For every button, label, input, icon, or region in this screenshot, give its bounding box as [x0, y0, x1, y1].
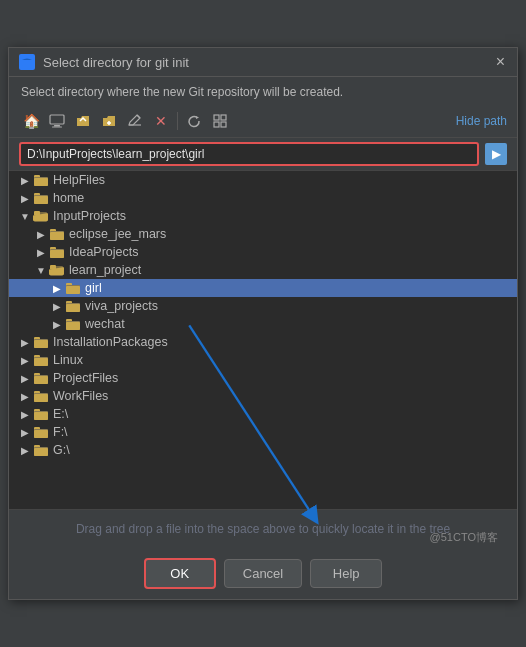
tree-toggle-wechat[interactable]: ▶ [49, 319, 65, 330]
folder-icon-home [33, 191, 49, 205]
tree-label-eclipse: eclipse_jee_mars [69, 227, 166, 241]
folder-icon-learnproject [49, 263, 65, 277]
svg-rect-3 [52, 127, 62, 128]
tree-label-ideaprojects: IdeaProjects [69, 245, 138, 259]
tree-item-learnproject[interactable]: ▼ learn_project [9, 261, 517, 279]
toolbar: 🏠 ✕ Hide path [9, 105, 517, 138]
tree-label-girl: girl [85, 281, 102, 295]
cancel-button[interactable]: Cancel [224, 559, 302, 588]
tree-label-inputprojects: InputProjects [53, 209, 126, 223]
home-button[interactable]: 🏠 [19, 109, 43, 133]
svg-rect-5 [221, 115, 226, 120]
view-button[interactable] [208, 109, 232, 133]
file-tree[interactable]: ▶ HelpFiles ▶ home ▼ InputProjects ▶ ecl… [9, 170, 517, 510]
tree-toggle-installationpackages[interactable]: ▶ [17, 337, 33, 348]
folder-up-button[interactable] [71, 109, 95, 133]
title-bar: Select directory for git init × [9, 48, 517, 77]
tree-item-helpfiles[interactable]: ▶ HelpFiles [9, 171, 517, 189]
select-directory-dialog: Select directory for git init × Select d… [8, 47, 518, 600]
dialog-title: Select directory for git init [43, 55, 486, 70]
svg-rect-6 [214, 122, 219, 127]
folder-icon-linux [33, 353, 49, 367]
ok-button[interactable]: OK [144, 558, 216, 589]
tree-label-vivaprojects: viva_projects [85, 299, 158, 313]
svg-rect-7 [221, 122, 226, 127]
folder-icon-ideaprojects [49, 245, 65, 259]
tree-toggle-helpfiles[interactable]: ▶ [17, 175, 33, 186]
path-input-wrapper [19, 142, 479, 166]
folder-icon-wechat [65, 317, 81, 331]
computer-button[interactable] [45, 109, 69, 133]
folder-icon-edrive [33, 407, 49, 421]
close-button[interactable]: × [494, 54, 507, 70]
svg-rect-1 [50, 115, 64, 124]
help-button[interactable]: Help [310, 559, 382, 588]
tree-toggle-workfiles[interactable]: ▶ [17, 391, 33, 402]
edit-button[interactable] [123, 109, 147, 133]
tree-toggle-edrive[interactable]: ▶ [17, 409, 33, 420]
tree-item-linux[interactable]: ▶ Linux [9, 351, 517, 369]
tree-label-helpfiles: HelpFiles [53, 173, 105, 187]
folder-icon-girl [65, 281, 81, 295]
folder-icon-helpfiles [33, 173, 49, 187]
delete-button[interactable]: ✕ [149, 109, 173, 133]
tree-item-wechat[interactable]: ▶ wechat [9, 315, 517, 333]
tree-toggle-vivaprojects[interactable]: ▶ [49, 301, 65, 312]
folder-icon-gdrive [33, 443, 49, 457]
tree-label-projectfiles: ProjectFiles [53, 371, 118, 385]
tree-item-workfiles[interactable]: ▶ WorkFiles [9, 387, 517, 405]
path-row: ▶ [9, 138, 517, 170]
tree-label-home: home [53, 191, 84, 205]
refresh-button[interactable] [182, 109, 206, 133]
tree-toggle-projectfiles[interactable]: ▶ [17, 373, 33, 384]
hide-path-button[interactable]: Hide path [456, 114, 507, 128]
tree-label-installationpackages: InstallationPackages [53, 335, 168, 349]
watermark: @51CTO博客 [430, 530, 498, 545]
tree-item-projectfiles[interactable]: ▶ ProjectFiles [9, 369, 517, 387]
folder-icon-projectfiles [33, 371, 49, 385]
tree-toggle-girl[interactable]: ▶ [49, 283, 65, 294]
path-navigate-button[interactable]: ▶ [485, 143, 507, 165]
tree-label-gdrive: G:\ [53, 443, 70, 457]
tree-label-edrive: E:\ [53, 407, 68, 421]
tree-item-vivaprojects[interactable]: ▶ viva_projects [9, 297, 517, 315]
tree-item-edrive[interactable]: ▶ E:\ [9, 405, 517, 423]
folder-icon-workfiles [33, 389, 49, 403]
toolbar-separator [177, 112, 178, 130]
tree-toggle-learnproject[interactable]: ▼ [33, 265, 49, 276]
tree-label-linux: Linux [53, 353, 83, 367]
tree-toggle-eclipse[interactable]: ▶ [33, 229, 49, 240]
folder-icon-vivaprojects [65, 299, 81, 313]
folder-icon-installationpackages [33, 335, 49, 349]
tree-item-girl[interactable]: ▶ girl [9, 279, 517, 297]
dialog-icon [19, 54, 35, 70]
tree-label-fdrive: F:\ [53, 425, 68, 439]
tree-item-eclipse[interactable]: ▶ eclipse_jee_mars [9, 225, 517, 243]
dialog-subtitle: Select directory where the new Git repos… [9, 77, 517, 105]
tree-toggle-inputprojects[interactable]: ▼ [17, 211, 33, 222]
folder-icon-fdrive [33, 425, 49, 439]
svg-rect-4 [214, 115, 219, 120]
tree-label-learnproject: learn_project [69, 263, 141, 277]
tree-toggle-gdrive[interactable]: ▶ [17, 445, 33, 456]
tree-label-workfiles: WorkFiles [53, 389, 108, 403]
tree-toggle-ideaprojects[interactable]: ▶ [33, 247, 49, 258]
tree-item-fdrive[interactable]: ▶ F:\ [9, 423, 517, 441]
folder-icon-inputprojects [33, 209, 49, 223]
tree-toggle-linux[interactable]: ▶ [17, 355, 33, 366]
folder-icon-eclipse [49, 227, 65, 241]
new-folder-button[interactable] [97, 109, 121, 133]
tree-item-ideaprojects[interactable]: ▶ IdeaProjects [9, 243, 517, 261]
svg-rect-2 [54, 125, 60, 127]
tree-item-home[interactable]: ▶ home [9, 189, 517, 207]
tree-item-inputprojects[interactable]: ▼ InputProjects [9, 207, 517, 225]
tree-item-gdrive[interactable]: ▶ G:\ [9, 441, 517, 459]
tree-item-installationpackages[interactable]: ▶ InstallationPackages [9, 333, 517, 351]
path-input[interactable] [19, 142, 479, 166]
tree-label-wechat: wechat [85, 317, 125, 331]
tree-toggle-home[interactable]: ▶ [17, 193, 33, 204]
button-row: OK Cancel Help [9, 548, 517, 599]
tree-toggle-fdrive[interactable]: ▶ [17, 427, 33, 438]
